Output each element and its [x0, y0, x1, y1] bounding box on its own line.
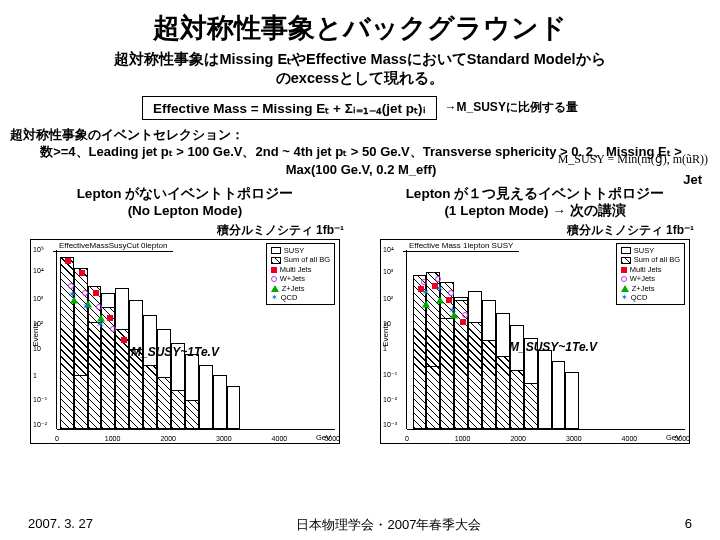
right-chart: Effective Mass 1lepton SUSY Events 10⁻³ … [380, 239, 690, 444]
right-head-line1: Lepton が１つ見えるイベントトポロジー [406, 186, 665, 201]
right-plot-heading: Lepton が１つ見えるイベントトポロジー (1 Lepton Mode) →… [370, 186, 700, 220]
right-msusy-annotation: M_SUSY~1Te.V [509, 340, 597, 354]
left-msusy-annotation: M_SUSY~1Te.V [131, 345, 219, 359]
right-y-axis: Events 10⁻³ 10⁻² 10⁻¹ 1 10 10² 10³ 10⁴ [381, 250, 407, 429]
left-head-line2: (No Lepton Mode) [128, 203, 243, 218]
selection-heading: 超対称性事象のイベントセレクション： [10, 126, 712, 144]
left-plot-heading: Lepton がないイベントトポロジー (No Lepton Mode) [20, 186, 350, 220]
left-y-axis: Events 10⁻² 10⁻¹ 1 10 10² 10³ 10⁴ 10⁵ [31, 250, 57, 429]
slide-subtitle: 超対称性事象はMissing EₜやEffective MassにおいてStan… [0, 50, 720, 94]
footer-venue: 日本物理学会・2007年春季大会 [296, 516, 481, 534]
footer-page: 6 [685, 516, 692, 534]
left-x-unit: GeV [316, 433, 331, 442]
formula-row: Effective Mass = Missing Eₜ + Σᵢ₌₁₋₄(jet… [0, 96, 720, 120]
left-legend: SUSY Sum of all BG Multi Jets W+Jets Z+J… [266, 243, 335, 305]
plot-left-column: Lepton がないイベントトポロジー (No Lepton Mode) 積分ル… [20, 186, 350, 444]
right-legend: SUSY Sum of all BG Multi Jets W+Jets Z+J… [616, 243, 685, 305]
formula-note: →M_SUSYに比例する量 [445, 99, 578, 116]
effective-mass-formula: Effective Mass = Missing Eₜ + Σᵢ₌₁₋₄(jet… [142, 96, 436, 120]
left-chart: EffectiveMassSusyCut 0lepton Events 10⁻²… [30, 239, 340, 444]
right-x-axis: 0 1000 2000 3000 4000 5000 GeV [407, 429, 685, 443]
subtitle-line2: のexcessとして現れる。 [276, 70, 444, 86]
left-x-axis: 0 1000 2000 3000 4000 5000 GeV [57, 429, 335, 443]
right-head-line2: (1 Lepton Mode) → 次の講演 [444, 203, 625, 218]
jet-label: Jet [683, 172, 702, 187]
right-x-unit: GeV [666, 433, 681, 442]
slide-footer: 2007. 3. 27 日本物理学会・2007年春季大会 6 [0, 516, 720, 534]
plot-right-column: Lepton が１つ見えるイベントトポロジー (1 Lepton Mode) →… [370, 186, 700, 444]
plots-row: Lepton がないイベントトポロジー (No Lepton Mode) 積分ル… [0, 178, 720, 444]
msusy-definition: M_SUSY = Min(m(g̃), m(ũR)) [558, 152, 708, 167]
subtitle-line1: 超対称性事象はMissing EₜやEffective MassにおいてStan… [114, 51, 605, 67]
right-luminosity: 積分ルミノシティ 1fb⁻¹ [370, 222, 700, 239]
left-head-line1: Lepton がないイベントトポロジー [77, 186, 294, 201]
left-luminosity: 積分ルミノシティ 1fb⁻¹ [20, 222, 350, 239]
footer-date: 2007. 3. 27 [28, 516, 93, 534]
slide-title: 超対称性事象とバックグラウンド [0, 0, 720, 50]
